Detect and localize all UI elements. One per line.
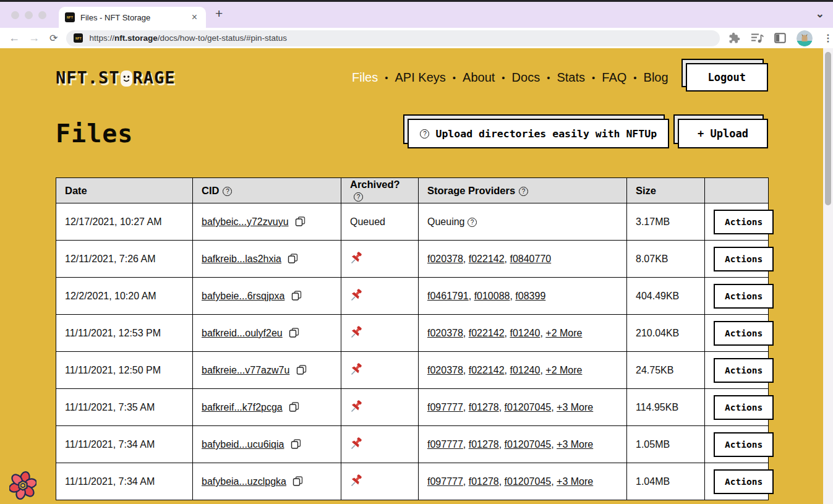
cid-link[interactable]: bafybeia...uzclpgka: [202, 476, 286, 487]
provider-link[interactable]: f097777: [427, 476, 463, 487]
new-tab-button[interactable]: +: [215, 6, 223, 21]
nav-link-docs[interactable]: Docs: [512, 70, 540, 85]
date-cell: 12/17/2021, 10:27 AM: [56, 203, 193, 241]
actions-button[interactable]: Actions: [714, 432, 774, 457]
actions-cell: Actions: [705, 278, 769, 315]
actions-button[interactable]: Actions: [714, 321, 774, 346]
cid-link[interactable]: bafkreif...k7f2pcga: [202, 402, 283, 412]
url-text: https://nft.storage/docs/how-to/get-stat…: [89, 33, 287, 43]
back-button[interactable]: ←: [9, 32, 20, 45]
nav-link-faq[interactable]: FAQ: [602, 70, 626, 85]
logout-button[interactable]: Logout: [686, 63, 768, 92]
cid-link[interactable]: bafybeie...6rsqjpxa: [202, 291, 284, 301]
provider-link[interactable]: f01240: [510, 328, 540, 338]
browser-menu-icon[interactable]: ⋮: [823, 32, 833, 44]
traffic-light-minimize[interactable]: [25, 11, 33, 19]
copy-icon[interactable]: [291, 438, 301, 450]
traffic-light-maximize[interactable]: [38, 11, 46, 19]
smiley-icon: [121, 70, 132, 87]
help-icon[interactable]: ?: [354, 192, 363, 202]
cid-link[interactable]: bafybeic...y72zvuyu: [202, 216, 289, 227]
more-providers-link[interactable]: +3 More: [557, 476, 593, 487]
provider-link[interactable]: f020378: [427, 254, 463, 264]
tab-close-icon[interactable]: ×: [189, 12, 200, 23]
actions-button[interactable]: Actions: [714, 358, 774, 383]
archived-cell: [341, 426, 419, 463]
actions-button[interactable]: Actions: [714, 395, 774, 420]
actions-cell: Actions: [705, 315, 769, 352]
scrollbar-thumb[interactable]: [825, 52, 831, 205]
nav-link-api-keys[interactable]: API Keys: [395, 70, 446, 85]
side-panel-icon[interactable]: [774, 33, 786, 43]
provider-link[interactable]: f01278: [469, 439, 499, 450]
help-icon[interactable]: ?: [519, 187, 528, 196]
copy-icon[interactable]: [291, 290, 302, 301]
col-header-storage-providers: Storage Providers?: [419, 178, 627, 203]
copy-icon[interactable]: [293, 476, 303, 487]
nft-storage-logo[interactable]: NFT.STRAGE: [56, 68, 176, 87]
more-providers-link[interactable]: +3 More: [557, 402, 593, 412]
provider-link[interactable]: f022142: [469, 365, 505, 375]
profile-avatar[interactable]: [797, 30, 813, 46]
provider-link[interactable]: f010088: [474, 291, 510, 301]
refresh-button[interactable]: ⟳: [49, 32, 58, 44]
actions-button[interactable]: Actions: [714, 247, 774, 271]
browser-tab[interactable]: NFT Files - NFT Storage ×: [59, 7, 206, 28]
table-row: 11/11/2021, 7:34 AMbafybeid...ucu6iqia f…: [56, 426, 769, 463]
providers-cell: f097777, f01278, f01207045, +3 More: [419, 389, 627, 426]
provider-link[interactable]: f0461791: [427, 291, 469, 301]
media-controls-icon[interactable]: [751, 33, 764, 43]
provider-link[interactable]: f01207045: [505, 439, 552, 450]
provider-link[interactable]: f020378: [427, 365, 463, 375]
more-providers-link[interactable]: +2 More: [545, 365, 582, 375]
more-providers-link[interactable]: +3 More: [557, 439, 593, 450]
provider-link[interactable]: f01207045: [505, 476, 552, 487]
help-icon[interactable]: ?: [468, 218, 477, 227]
date-cell: 11/11/2021, 7:34 AM: [56, 463, 193, 500]
provider-link[interactable]: f022142: [469, 254, 505, 264]
nftup-help-button[interactable]: ?Upload directories easily with NFTUp: [408, 119, 669, 148]
nav-link-stats[interactable]: Stats: [557, 70, 585, 85]
copy-icon[interactable]: [295, 216, 305, 227]
provider-link[interactable]: f0840770: [510, 254, 551, 264]
provider-link[interactable]: f01278: [469, 402, 499, 412]
cid-link[interactable]: bafybeid...ucu6iqia: [202, 439, 284, 450]
copy-icon[interactable]: [288, 253, 298, 264]
actions-button[interactable]: Actions: [714, 469, 774, 494]
cid-link[interactable]: bafkreid...oulyf2eu: [202, 328, 283, 338]
provider-link[interactable]: f097777: [427, 402, 463, 412]
address-bar[interactable]: NFT https://nft.storage/docs/how-to/get-…: [66, 30, 720, 46]
provider-link[interactable]: f08399: [515, 291, 545, 301]
scrollbar-track: [823, 48, 833, 504]
copy-icon[interactable]: [289, 327, 299, 338]
table-row: 12/2/2021, 10:20 AMbafybeie...6rsqjpxa f…: [56, 278, 769, 315]
provider-link[interactable]: f097777: [427, 439, 463, 450]
forward-button[interactable]: →: [28, 32, 40, 45]
page-title: Files: [56, 119, 133, 148]
more-providers-link[interactable]: +2 More: [545, 328, 582, 338]
help-icon[interactable]: ?: [223, 187, 232, 196]
copy-icon[interactable]: [289, 401, 299, 412]
provider-link[interactable]: f01240: [510, 365, 540, 375]
provider-link[interactable]: f020378: [427, 328, 463, 338]
archived-cell: [341, 389, 419, 426]
traffic-light-close[interactable]: [11, 11, 19, 19]
provider-link[interactable]: f01207045: [505, 402, 552, 412]
actions-button[interactable]: Actions: [714, 210, 774, 234]
cid-link[interactable]: bafkreie...v77azw7u: [202, 365, 289, 375]
provider-link[interactable]: f022142: [469, 328, 505, 338]
size-cell: 8.07KB: [627, 241, 705, 278]
chevron-down-icon[interactable]: ⌄: [816, 7, 824, 20]
extensions-puzzle-icon[interactable]: [728, 32, 740, 44]
date-cell: 11/11/2021, 12:50 PM: [56, 352, 193, 389]
nav-link-blog[interactable]: Blog: [644, 70, 669, 85]
cid-link[interactable]: bafkreib...las2hxia: [202, 254, 281, 264]
copy-icon[interactable]: [296, 364, 307, 375]
actions-button[interactable]: Actions: [714, 284, 774, 309]
nav-link-about[interactable]: About: [463, 70, 495, 85]
table-row: 11/11/2021, 12:50 PMbafkreie...v77azw7u …: [56, 352, 769, 389]
upload-button[interactable]: + Upload: [678, 119, 768, 148]
cid-cell: bafybeid...ucu6iqia: [193, 426, 341, 463]
provider-link[interactable]: f01278: [469, 476, 499, 487]
nav-link-files[interactable]: Files: [352, 70, 378, 85]
